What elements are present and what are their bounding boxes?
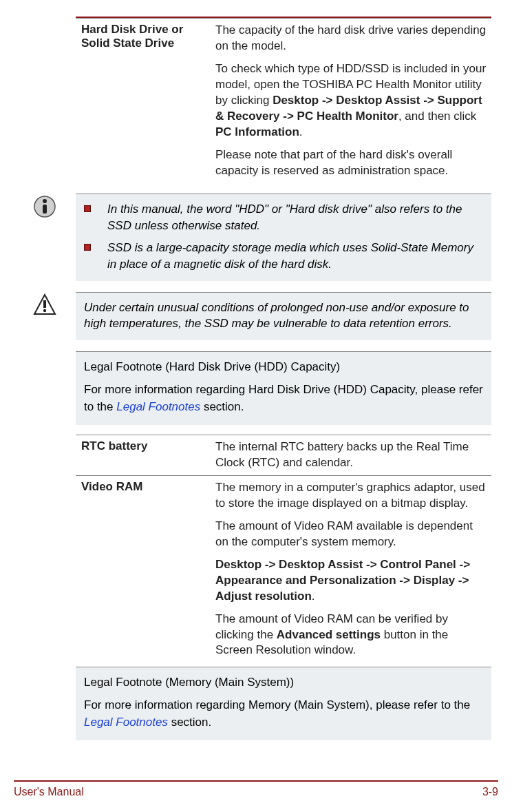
warning-body: Under certain unusual conditions of prol…: [76, 292, 491, 341]
spec-label: RTC battery: [76, 435, 210, 476]
info-icon-col: [33, 194, 76, 280]
legal-text: For more information regarding Memory (M…: [84, 697, 483, 731]
bullet-icon: [84, 205, 91, 212]
paragraph: The amount of Video RAM can be verified …: [215, 612, 487, 659]
legal-title: Legal Footnote (Hard Disk Drive (HDD) Ca…: [84, 359, 483, 376]
svg-rect-2: [43, 205, 47, 214]
warning-icon: [33, 293, 56, 317]
info-icon: [33, 195, 56, 218]
page-footer: User's Manual 3-9: [14, 780, 498, 798]
warning-callout: Under certain unusual conditions of prol…: [33, 292, 491, 341]
paragraph: The amount of Video RAM available is dep…: [215, 519, 487, 550]
spec-table-1: Hard Disk Drive or Solid State Drive The…: [76, 18, 491, 183]
info-callout: In this manual, the word "HDD" or "Hard …: [33, 194, 491, 280]
spec-label: Video RAM: [76, 476, 210, 663]
legal-box: Legal Footnote (Hard Disk Drive (HDD) Ca…: [76, 351, 491, 425]
legal-section-1: Legal Footnote (Hard Disk Drive (HDD) Ca…: [76, 351, 491, 740]
paragraph: The internal RTC battery backs up the Re…: [215, 439, 487, 471]
main-content: Hard Disk Drive or Solid State Drive The…: [76, 17, 491, 183]
paragraph: The capacity of the hard disk drive vari…: [215, 23, 487, 54]
legal-box: Legal Footnote (Memory (Main System)) Fo…: [76, 667, 491, 740]
paragraph: Desktop -> Desktop Assist -> Control Pan…: [215, 557, 487, 605]
list-item: SSD is a large-capacity storage media wh…: [84, 240, 483, 273]
info-list: In this manual, the word "HDD" or "Hard …: [84, 201, 483, 272]
legal-footnotes-link[interactable]: Legal Footnotes: [84, 716, 168, 729]
svg-point-1: [43, 199, 47, 203]
info-body: In this manual, the word "HDD" or "Hard …: [76, 194, 491, 280]
table-row: RTC battery The internal RTC battery bac…: [76, 435, 491, 476]
spec-label: Hard Disk Drive or Solid State Drive: [76, 19, 210, 183]
spec-desc: The internal RTC battery backs up the Re…: [210, 435, 491, 476]
paragraph: To check which type of HDD/SSD is includ…: [215, 61, 487, 140]
svg-rect-4: [43, 300, 46, 308]
footer-right: 3-9: [482, 786, 498, 798]
table-row: Video RAM The memory in a computer's gra…: [76, 476, 491, 663]
bullet-icon: [84, 244, 91, 251]
legal-footnotes-link[interactable]: Legal Footnotes: [116, 400, 200, 413]
spec-desc: The memory in a computer's graphics adap…: [210, 476, 491, 663]
page: Hard Disk Drive or Solid State Drive The…: [0, 0, 512, 812]
paragraph: Please note that part of the hard disk's…: [215, 147, 487, 179]
footer-left: User's Manual: [14, 786, 84, 798]
warn-icon-col: [33, 292, 76, 341]
svg-point-5: [43, 309, 46, 311]
table-row: Hard Disk Drive or Solid State Drive The…: [76, 19, 491, 183]
spec-desc: The capacity of the hard disk drive vari…: [210, 19, 491, 183]
list-item: In this manual, the word "HDD" or "Hard …: [84, 201, 483, 234]
legal-title: Legal Footnote (Memory (Main System)): [84, 674, 483, 691]
paragraph: The memory in a computer's graphics adap…: [215, 480, 487, 512]
legal-text: For more information regarding Hard Disk…: [84, 382, 483, 415]
spec-table-2: RTC battery The internal RTC battery bac…: [76, 435, 491, 663]
